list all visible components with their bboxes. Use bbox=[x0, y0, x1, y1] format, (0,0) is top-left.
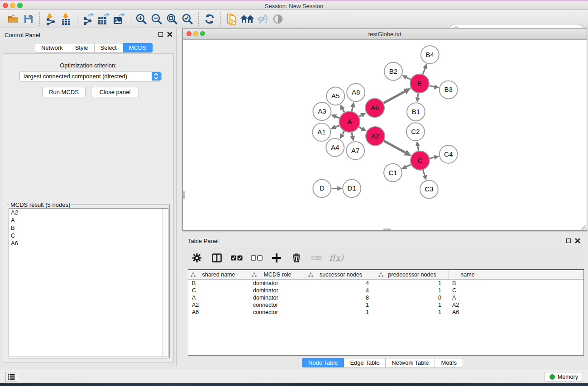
column-header-predecessor-nodes[interactable]: predecessor nodes bbox=[376, 270, 449, 279]
graph-node-A1[interactable]: A1 bbox=[312, 123, 330, 141]
table-cell[interactable]: 4 bbox=[306, 280, 376, 287]
table-cell[interactable]: A2 bbox=[449, 301, 487, 309]
table-cell[interactable]: A2 bbox=[188, 301, 249, 309]
export-image-button[interactable] bbox=[111, 12, 127, 26]
open-file-button[interactable] bbox=[5, 12, 21, 26]
mcds-result-item[interactable]: C bbox=[9, 232, 168, 239]
show-column-button[interactable] bbox=[210, 252, 223, 264]
graph-edge-A-A1[interactable] bbox=[330, 124, 339, 129]
float-panel-icon[interactable] bbox=[158, 32, 163, 37]
graph-node-A8[interactable]: A8 bbox=[347, 84, 365, 102]
mcds-result-item[interactable]: A2 bbox=[9, 209, 168, 216]
table-cell[interactable]: A bbox=[188, 294, 249, 301]
zoom-fit-button[interactable] bbox=[164, 12, 180, 26]
graph-edge-A-A2[interactable] bbox=[359, 127, 367, 132]
zoom-in-button[interactable] bbox=[134, 12, 149, 26]
float-panel-icon[interactable] bbox=[566, 238, 571, 243]
tab-node-table[interactable]: Node Table bbox=[302, 358, 344, 367]
graph-edge-B-B4[interactable] bbox=[423, 64, 427, 74]
graph-edge-B-B2[interactable] bbox=[402, 75, 411, 79]
close-panel-icon[interactable] bbox=[167, 32, 172, 37]
table-cell[interactable]: 8 bbox=[306, 294, 376, 301]
table-cell[interactable]: A6 bbox=[188, 309, 249, 316]
graph-edge-C-C4[interactable] bbox=[430, 155, 439, 160]
table-cell[interactable]: connector bbox=[249, 301, 306, 309]
delete-row-button[interactable] bbox=[290, 252, 303, 264]
table-cell[interactable]: 1 bbox=[376, 287, 449, 294]
table-cell[interactable]: B bbox=[449, 280, 487, 287]
table-row[interactable]: A2connector11A2 bbox=[188, 301, 583, 309]
table-row[interactable]: Cdominator41C bbox=[188, 287, 583, 294]
graph-edge-B-B1[interactable] bbox=[416, 93, 420, 102]
graph-node-A[interactable]: A bbox=[339, 111, 360, 132]
task-history-button[interactable] bbox=[5, 372, 17, 382]
graph-node-A5[interactable]: A5 bbox=[326, 87, 344, 105]
graph-node-A2[interactable]: A2 bbox=[366, 127, 385, 146]
network-window-titlebar[interactable]: testGlobe.txt bbox=[183, 29, 587, 40]
close-panel-button[interactable]: Close panel bbox=[91, 87, 139, 97]
show-all-button[interactable] bbox=[270, 12, 286, 26]
table-cell[interactable]: A bbox=[449, 294, 487, 301]
graph-node-B4[interactable]: B4 bbox=[421, 46, 439, 64]
table-cell[interactable]: dominator bbox=[249, 287, 306, 294]
tab-style[interactable]: Style bbox=[69, 43, 95, 52]
graph-edge-A-A5[interactable] bbox=[340, 105, 345, 112]
optimization-criterion-select[interactable]: largest connected component (directed) bbox=[19, 71, 162, 81]
apply-layout-button[interactable] bbox=[202, 12, 217, 26]
deselect-all-button[interactable] bbox=[250, 252, 263, 264]
graph-node-B2[interactable]: B2 bbox=[384, 62, 402, 81]
table-options-button[interactable] bbox=[191, 252, 203, 264]
table-cell[interactable]: 1 bbox=[306, 301, 376, 309]
table-cell[interactable]: 1 bbox=[376, 301, 449, 309]
graph-edge-A6-B[interactable] bbox=[383, 88, 411, 103]
table-row[interactable]: Bdominator41B bbox=[188, 280, 583, 287]
zoom-selected-button[interactable] bbox=[180, 12, 195, 26]
select-all-button[interactable] bbox=[230, 252, 243, 264]
save-session-button[interactable] bbox=[21, 12, 36, 26]
table-cell[interactable]: 0 bbox=[376, 294, 449, 301]
graph-node-C2[interactable]: C2 bbox=[406, 123, 425, 141]
network-from-selection-button[interactable] bbox=[224, 12, 239, 26]
add-row-button[interactable] bbox=[270, 252, 283, 264]
close-panel-icon[interactable] bbox=[575, 238, 580, 243]
graph-edge-A-A8[interactable] bbox=[350, 102, 355, 111]
graph-edge-A-A4[interactable] bbox=[340, 131, 345, 139]
network-vscroll-thumb[interactable] bbox=[183, 191, 185, 199]
function-builder-button[interactable]: f(x) bbox=[330, 252, 343, 264]
graph-edge-C-C2[interactable] bbox=[416, 141, 420, 151]
table-cell[interactable]: dominator bbox=[249, 294, 306, 301]
network-hscroll-thumb[interactable] bbox=[383, 229, 391, 230]
tab-edge-table[interactable]: Edge Table bbox=[344, 358, 386, 367]
graph-node-D1[interactable]: D1 bbox=[343, 180, 361, 198]
graph-node-D[interactable]: D bbox=[313, 180, 331, 198]
mcds-result-item[interactable]: B bbox=[9, 224, 168, 232]
run-mcds-button[interactable]: Run MCDS bbox=[42, 87, 86, 97]
graph-node-C4[interactable]: C4 bbox=[440, 145, 458, 163]
tab-select[interactable]: Select bbox=[95, 43, 123, 52]
graph-node-C3[interactable]: C3 bbox=[420, 181, 438, 199]
graph-edge-B-B3[interactable] bbox=[429, 85, 439, 89]
select-stepper[interactable] bbox=[152, 72, 161, 81]
graph-edge-A-A6[interactable] bbox=[359, 113, 366, 118]
graph-node-C[interactable]: C bbox=[411, 151, 430, 170]
graph-edge-A-A3[interactable] bbox=[331, 114, 339, 119]
zoom-out-button[interactable] bbox=[149, 12, 164, 26]
graph-node-B3[interactable]: B3 bbox=[440, 81, 458, 99]
memory-button[interactable]: Memory bbox=[545, 372, 583, 382]
tab-mcds[interactable]: MCDS bbox=[123, 43, 153, 52]
first-neighbors-button[interactable] bbox=[239, 12, 255, 26]
table-row[interactable]: Adominator80A bbox=[188, 294, 583, 301]
column-header-name[interactable]: name bbox=[449, 270, 487, 279]
table-cell[interactable]: B bbox=[188, 280, 249, 287]
mcds-result-item[interactable]: A6 bbox=[9, 239, 168, 247]
graph-node-B[interactable]: B bbox=[410, 74, 429, 93]
graph-node-A4[interactable]: A4 bbox=[326, 138, 344, 157]
table-cell[interactable]: C bbox=[449, 287, 487, 294]
table-cell[interactable]: C bbox=[188, 287, 249, 294]
graph-node-A7[interactable]: A7 bbox=[346, 142, 364, 160]
table-cell[interactable]: 1 bbox=[376, 309, 449, 316]
resize-grip-icon[interactable] bbox=[580, 224, 586, 230]
column-header-successor-nodes[interactable]: successor nodes bbox=[306, 270, 376, 279]
tab-motifs[interactable]: Motifs bbox=[435, 358, 463, 367]
export-table-button[interactable] bbox=[96, 12, 111, 26]
